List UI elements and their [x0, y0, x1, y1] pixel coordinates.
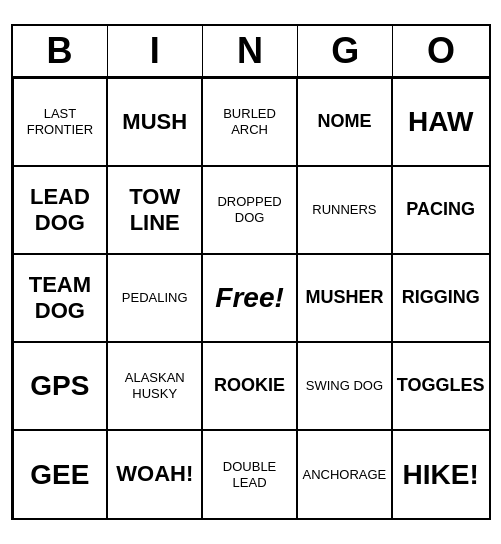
bingo-cell: TOGGLES: [392, 342, 489, 430]
cell-text: Free!: [215, 282, 283, 314]
bingo-cell: PEDALING: [107, 254, 202, 342]
cell-text: LAST FRONTIER: [18, 106, 103, 137]
cell-text: TOW LINE: [112, 184, 197, 237]
cell-text: HAW: [408, 105, 473, 139]
bingo-grid: LAST FRONTIERMUSHBURLED ARCHNOMEHAWLEAD …: [13, 78, 489, 518]
cell-text: GEE: [30, 458, 89, 492]
bingo-cell: ROOKIE: [202, 342, 297, 430]
cell-text: PACING: [406, 199, 475, 221]
bingo-cell: SWING DOG: [297, 342, 392, 430]
cell-text: RUNNERS: [312, 202, 376, 218]
bingo-cell: MUSHER: [297, 254, 392, 342]
cell-text: TEAM DOG: [18, 272, 103, 325]
bingo-cell: PACING: [392, 166, 489, 254]
bingo-cell: Free!: [202, 254, 297, 342]
bingo-cell: TEAM DOG: [13, 254, 108, 342]
cell-text: PEDALING: [122, 290, 188, 306]
header-letter: I: [108, 26, 203, 76]
bingo-cell: DOUBLE LEAD: [202, 430, 297, 518]
bingo-cell: RIGGING: [392, 254, 489, 342]
bingo-cell: LAST FRONTIER: [13, 78, 108, 166]
bingo-cell: GEE: [13, 430, 108, 518]
cell-text: DOUBLE LEAD: [207, 459, 292, 490]
cell-text: MUSH: [122, 109, 187, 135]
cell-text: WOAH!: [116, 461, 193, 487]
bingo-cell: BURLED ARCH: [202, 78, 297, 166]
bingo-cell: RUNNERS: [297, 166, 392, 254]
bingo-cell: HIKE!: [392, 430, 489, 518]
cell-text: DROPPED DOG: [207, 194, 292, 225]
bingo-card: BINGO LAST FRONTIERMUSHBURLED ARCHNOMEHA…: [11, 24, 491, 520]
header-letter: O: [393, 26, 488, 76]
cell-text: SWING DOG: [306, 378, 383, 394]
bingo-cell: GPS: [13, 342, 108, 430]
bingo-cell: MUSH: [107, 78, 202, 166]
header-letter: G: [298, 26, 393, 76]
bingo-cell: LEAD DOG: [13, 166, 108, 254]
bingo-cell: HAW: [392, 78, 489, 166]
cell-text: LEAD DOG: [18, 184, 103, 237]
cell-text: RIGGING: [402, 287, 480, 309]
bingo-cell: NOME: [297, 78, 392, 166]
cell-text: ROOKIE: [214, 375, 285, 397]
cell-text: NOME: [317, 111, 371, 133]
bingo-cell: TOW LINE: [107, 166, 202, 254]
bingo-cell: ALASKAN HUSKY: [107, 342, 202, 430]
cell-text: TOGGLES: [397, 375, 485, 397]
cell-text: ALASKAN HUSKY: [112, 370, 197, 401]
cell-text: ANCHORAGE: [303, 467, 387, 483]
cell-text: HIKE!: [403, 458, 479, 492]
header-letter: B: [13, 26, 108, 76]
bingo-cell: ANCHORAGE: [297, 430, 392, 518]
cell-text: GPS: [30, 369, 89, 403]
bingo-cell: WOAH!: [107, 430, 202, 518]
cell-text: MUSHER: [305, 287, 383, 309]
header-letter: N: [203, 26, 298, 76]
cell-text: BURLED ARCH: [207, 106, 292, 137]
bingo-header: BINGO: [13, 26, 489, 78]
bingo-cell: DROPPED DOG: [202, 166, 297, 254]
